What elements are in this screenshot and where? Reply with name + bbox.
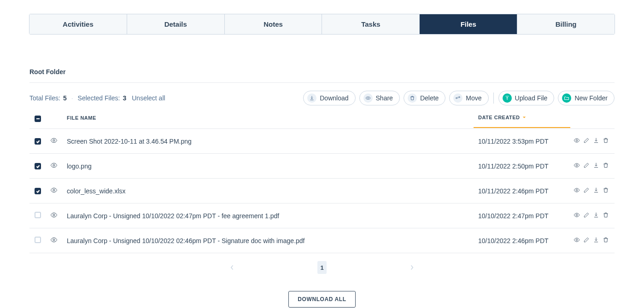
file-name[interactable]: Screen Shot 2022-10-11 at 3.46.54 PM.png — [67, 138, 478, 145]
upload-icon — [503, 93, 512, 103]
selected-files-value: 3 — [123, 94, 126, 102]
col-date-created-label: DATE CREATED — [478, 115, 520, 120]
download-icon[interactable] — [593, 187, 599, 195]
svg-point-4 — [53, 164, 55, 166]
download-button[interactable]: Download — [303, 91, 355, 105]
table-row: Lauralyn Corp - Unsigned 10/10/2022 02:4… — [29, 203, 615, 228]
share-button[interactable]: Share — [359, 91, 400, 105]
trash-icon[interactable] — [603, 237, 609, 244]
move-label: Move — [466, 94, 481, 102]
file-name[interactable]: Lauralyn Corp - Unsigned 10/10/2022 02:4… — [67, 237, 478, 244]
file-name[interactable]: logo.png — [67, 163, 478, 170]
next-page-button[interactable] — [405, 261, 419, 274]
visibility-icon[interactable] — [50, 213, 58, 220]
folder-title: Root Folder — [29, 68, 615, 83]
upload-file-button[interactable]: Upload File — [498, 91, 555, 105]
stats-separator: · — [71, 94, 73, 102]
visibility-icon[interactable] — [50, 138, 58, 145]
tab-activities[interactable]: Activities — [29, 14, 127, 34]
selected-files-label: Selected Files: — [78, 94, 120, 102]
view-icon[interactable] — [574, 187, 580, 195]
file-date: 10/11/2022 3:53pm PDT — [478, 138, 570, 145]
tabs-container: Activities Details Notes Tasks Files Bil… — [29, 14, 615, 35]
svg-point-1 — [368, 98, 369, 99]
toolbar-divider — [493, 93, 494, 104]
col-file-name[interactable]: FILE NAME — [67, 115, 478, 121]
move-icon — [453, 93, 463, 103]
col-date-created[interactable]: DATE CREATED — [478, 115, 570, 121]
edit-icon[interactable] — [583, 137, 590, 145]
row-checkbox[interactable] — [35, 163, 41, 169]
edit-icon[interactable] — [583, 162, 590, 170]
trash-icon — [408, 93, 417, 103]
visibility-icon[interactable] — [50, 163, 58, 170]
edit-icon[interactable] — [583, 187, 590, 195]
download-icon — [307, 93, 316, 103]
download-icon[interactable] — [593, 237, 599, 244]
table-header: FILE NAME DATE CREATED — [29, 113, 615, 129]
file-stats: Total Files: 5 · Selected Files: 3 Unsel… — [29, 94, 165, 102]
sort-desc-icon — [522, 116, 526, 119]
svg-point-9 — [576, 214, 578, 216]
unselect-all-link[interactable]: Unselect all — [132, 94, 165, 102]
total-files-value: 5 — [63, 94, 67, 102]
tab-files[interactable]: Files — [420, 14, 517, 34]
share-icon — [363, 93, 373, 103]
view-icon[interactable] — [574, 137, 580, 145]
tab-notes[interactable]: Notes — [225, 14, 322, 34]
row-checkbox[interactable] — [35, 212, 41, 218]
total-files-label: Total Files: — [29, 94, 60, 102]
view-icon[interactable] — [574, 237, 580, 244]
file-name[interactable]: Lauralyn Corp - Unsigned 10/10/2022 02:4… — [67, 212, 478, 220]
new-folder-button[interactable]: New Folder — [558, 91, 615, 105]
svg-point-2 — [53, 139, 55, 141]
visibility-icon[interactable] — [50, 238, 58, 245]
table-row: logo.png10/11/2022 2:50pm PDT — [29, 154, 615, 179]
trash-icon[interactable] — [603, 137, 609, 145]
page-number[interactable]: 1 — [317, 261, 327, 274]
view-icon[interactable] — [574, 212, 580, 220]
edit-icon[interactable] — [583, 212, 590, 220]
download-icon[interactable] — [593, 137, 599, 145]
file-date: 10/10/2022 2:46pm PDT — [478, 237, 570, 244]
download-label: Download — [320, 94, 348, 102]
table-row: Screen Shot 2022-10-11 at 3.46.54 PM.png… — [29, 129, 615, 154]
trash-icon[interactable] — [603, 212, 609, 220]
svg-point-5 — [576, 164, 578, 166]
upload-file-label: Upload File — [515, 94, 548, 102]
file-date: 10/10/2022 2:47pm PDT — [478, 212, 570, 220]
trash-icon[interactable] — [603, 162, 609, 170]
file-date: 10/11/2022 2:50pm PDT — [478, 163, 570, 170]
files-card: Root Folder Total Files: 5 · Selected Fi… — [15, 50, 629, 308]
prev-page-button[interactable] — [225, 261, 239, 274]
svg-point-8 — [53, 214, 55, 216]
svg-point-7 — [576, 189, 578, 191]
view-icon[interactable] — [574, 162, 580, 170]
edit-icon[interactable] — [583, 237, 590, 244]
tab-billing[interactable]: Billing — [517, 14, 615, 34]
download-icon[interactable] — [593, 212, 599, 220]
tab-details[interactable]: Details — [127, 14, 225, 34]
svg-point-3 — [576, 139, 578, 141]
pagination: 1 — [29, 253, 615, 282]
trash-icon[interactable] — [603, 187, 609, 195]
select-all-checkbox[interactable] — [35, 116, 41, 122]
svg-point-11 — [576, 239, 578, 241]
toolbar-actions: Download Share Delete Move Upload F — [303, 91, 615, 105]
delete-label: Delete — [420, 94, 439, 102]
delete-button[interactable]: Delete — [404, 91, 445, 105]
file-name[interactable]: color_less_wide.xlsx — [67, 187, 478, 195]
share-label: Share — [376, 94, 393, 102]
move-button[interactable]: Move — [449, 91, 488, 105]
visibility-icon[interactable] — [50, 188, 58, 195]
download-all-button[interactable]: DOWNLOAD ALL — [288, 291, 355, 308]
row-checkbox[interactable] — [35, 138, 41, 145]
download-icon[interactable] — [593, 162, 599, 170]
tab-tasks[interactable]: Tasks — [322, 14, 420, 34]
table-row: Lauralyn Corp - Unsigned 10/10/2022 02:4… — [29, 228, 615, 253]
files-table-body: Screen Shot 2022-10-11 at 3.46.54 PM.png… — [29, 129, 615, 253]
table-row: color_less_wide.xlsx10/11/2022 2:46pm PD… — [29, 179, 615, 203]
row-checkbox[interactable] — [35, 237, 41, 243]
row-checkbox[interactable] — [35, 188, 41, 194]
file-date: 10/11/2022 2:46pm PDT — [478, 187, 570, 195]
